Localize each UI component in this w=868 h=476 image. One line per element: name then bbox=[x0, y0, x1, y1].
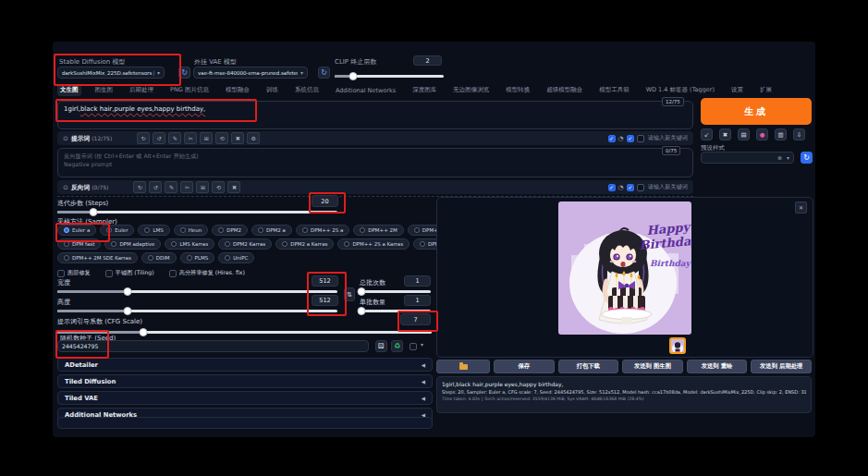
generate-button[interactable]: 生成 bbox=[701, 98, 812, 125]
save-style-button[interactable]: ⇩ bbox=[793, 128, 805, 140]
sampler-UniPC[interactable]: UniPC bbox=[218, 252, 254, 263]
swap-dimensions-button[interactable]: ⇅ bbox=[344, 287, 355, 301]
clear-icon[interactable]: ✖ bbox=[227, 181, 240, 193]
height-value[interactable]: 512 bbox=[312, 295, 338, 306]
tab-深度图库[interactable]: 深度图库 bbox=[410, 84, 439, 96]
extra-networks-grid-icon[interactable]: ⊞ bbox=[200, 132, 213, 144]
clock-icon[interactable]: ◔ bbox=[618, 184, 624, 191]
save-button[interactable]: 保存 bbox=[494, 360, 555, 373]
edit-icon[interactable]: ✎ bbox=[165, 181, 177, 193]
random-seed-button[interactable]: ⚄ bbox=[375, 340, 387, 352]
undo-icon[interactable]: ↺ bbox=[153, 132, 165, 144]
sampler-DPM adaptive[interactable]: DPM adaptive bbox=[104, 238, 161, 250]
tab-设置[interactable]: 设置 bbox=[728, 84, 746, 96]
collapse-icon[interactable]: ⊙ bbox=[63, 135, 68, 142]
styles-refresh-button[interactable]: ↻ bbox=[801, 152, 813, 164]
tab-图生图[interactable]: 图生图 bbox=[92, 84, 116, 96]
negative-prompt-input[interactable]: 反向提示词 (按 Ctrl+Enter 或 Alt+Enter 开始生成) Ne… bbox=[57, 148, 693, 177]
vae-dropdown[interactable]: vae-ft-mse-840000-ema-pruned.safetensors… bbox=[193, 67, 308, 79]
restore-faces-checkbox[interactable]: 面部修复 bbox=[57, 269, 91, 277]
tab-模型工具箱[interactable]: 模型工具箱 bbox=[596, 84, 632, 96]
tab-Additional Networks[interactable]: Additional Networks bbox=[333, 85, 398, 96]
send-to-img2img-button[interactable]: 发送到 图生图 bbox=[622, 360, 683, 373]
batch-count-value[interactable]: 1 bbox=[404, 275, 431, 287]
sampler-DPM2[interactable]: DPM2 bbox=[212, 225, 248, 236]
tab-模型融合[interactable]: 模型融合 bbox=[223, 84, 252, 96]
model-refresh-button[interactable]: ↻ bbox=[178, 67, 190, 79]
sampler-LMS[interactable]: LMS bbox=[138, 225, 169, 236]
sampler-Euler a[interactable]: Euler a bbox=[57, 225, 96, 236]
sampler-PLMS[interactable]: PLMS bbox=[180, 252, 215, 263]
sampler-DPM++ 2S a[interactable]: DPM++ 2S a bbox=[296, 225, 349, 236]
model-dropdown[interactable]: darkSushiMixMix_225D.safetensors [cca17b… bbox=[57, 67, 165, 79]
history-icon[interactable]: ⟲ bbox=[215, 132, 228, 144]
sampler-DPM++ 2M[interactable]: DPM++ 2M bbox=[353, 225, 404, 236]
read-params-button[interactable]: ↙ bbox=[701, 128, 713, 140]
sampler-DPM2 a Karras[interactable]: DPM2 a Karras bbox=[275, 238, 334, 250]
steps-value[interactable]: 20 bbox=[312, 195, 338, 207]
seed-extra-caret-icon[interactable]: ▾ bbox=[421, 341, 423, 348]
sampler-DPM++ 2S a Karras[interactable]: DPM++ 2S a Karras bbox=[337, 238, 410, 250]
width-slider[interactable] bbox=[57, 287, 337, 296]
auto-translate-checkbox[interactable]: ✓ bbox=[608, 184, 616, 191]
send-to-extras-button[interactable]: 发送到 后期处理 bbox=[751, 360, 812, 373]
sampler-DPM2 Karras[interactable]: DPM2 Karras bbox=[218, 238, 272, 250]
clip-skip-value[interactable]: 2 bbox=[413, 55, 442, 66]
extra-networks-grid-icon[interactable]: ⊞ bbox=[196, 181, 209, 193]
sampler-DDIM[interactable]: DDIM bbox=[141, 252, 177, 263]
collapse-icon[interactable]: ⊙ bbox=[63, 184, 68, 191]
tab-扩展[interactable]: 扩展 bbox=[757, 84, 775, 96]
tab-后期处理[interactable]: 后期处理 bbox=[127, 84, 156, 96]
clock-icon[interactable]: ◔ bbox=[618, 135, 624, 142]
hires-fix-checkbox[interactable]: 高分辨率修复 (Hires. fix) bbox=[169, 269, 245, 277]
extra-toggle-checkbox[interactable] bbox=[637, 135, 644, 142]
width-value[interactable]: 512 bbox=[312, 275, 338, 287]
sampler-DPM fast[interactable]: DPM fast bbox=[57, 238, 101, 250]
apply-style-button[interactable]: ▥ bbox=[775, 128, 787, 140]
styles-dropdown[interactable]: ⊗ ▾ bbox=[701, 152, 794, 164]
gallery-thumbnail[interactable] bbox=[669, 337, 686, 354]
history-icon[interactable]: ⟲ bbox=[212, 181, 225, 193]
tab-文生图[interactable]: 文生图 bbox=[57, 84, 81, 96]
edit-icon[interactable]: ✎ bbox=[168, 132, 181, 144]
refresh-icon[interactable]: ↻ bbox=[137, 132, 150, 144]
clip-skip-slider[interactable] bbox=[335, 72, 444, 80]
seed-input[interactable]: 2445424795 bbox=[57, 340, 369, 352]
tab-系统信息[interactable]: 系统信息 bbox=[292, 84, 322, 96]
close-gallery-button[interactable]: ✕ bbox=[795, 201, 807, 214]
zip-download-button[interactable]: 打包下载 bbox=[558, 360, 619, 373]
extra-networks-button[interactable]: ▤ bbox=[738, 128, 750, 140]
undo-icon[interactable]: ↺ bbox=[149, 181, 162, 193]
sampler-DPM2 a[interactable]: DPM2 a bbox=[251, 225, 292, 236]
vae-refresh-button[interactable]: ↻ bbox=[318, 67, 330, 79]
send-to-inpaint-button[interactable]: 发送到 重绘 bbox=[687, 360, 748, 373]
tab-超级模型融合[interactable]: 超级模型融合 bbox=[544, 84, 585, 96]
cut-icon[interactable]: ✂ bbox=[184, 132, 197, 144]
cfg-value[interactable]: 7 bbox=[400, 313, 431, 325]
batch-size-value[interactable]: 1 bbox=[404, 295, 431, 306]
refresh-icon[interactable]: ↻ bbox=[133, 181, 146, 193]
accordion-tiled-vae[interactable]: Tiled VAE◀ bbox=[57, 391, 433, 405]
generated-image[interactable]: Happy Birthday Birthday bbox=[558, 201, 691, 335]
prompt-input[interactable]: 1girl,black hair,purple eyes,happy birth… bbox=[57, 101, 693, 129]
tab-训练[interactable]: 训练 bbox=[263, 84, 281, 96]
accordion-adetailer[interactable]: ADetailer◀ bbox=[57, 358, 433, 372]
accordion-partial[interactable] bbox=[57, 417, 433, 429]
clear-icon[interactable]: ✖ bbox=[231, 132, 244, 144]
sampler-Heun[interactable]: Heun bbox=[174, 225, 209, 236]
tab-无边图像浏览[interactable]: 无边图像浏览 bbox=[450, 84, 492, 96]
open-folder-button[interactable] bbox=[436, 360, 490, 373]
auto-commit-checkbox[interactable]: ✓ bbox=[627, 135, 634, 142]
auto-commit-checkbox[interactable]: ✓ bbox=[627, 184, 634, 191]
tab-模型转换[interactable]: 模型转换 bbox=[503, 84, 532, 96]
sampler-DPM++ 2M SDE Karras[interactable]: DPM++ 2M SDE Karras bbox=[57, 252, 138, 263]
height-slider[interactable] bbox=[57, 307, 337, 315]
auto-translate-checkbox[interactable]: ✓ bbox=[608, 135, 616, 142]
clear-prompt-button[interactable]: ✖ bbox=[719, 128, 731, 140]
tab-PNG 图片信息[interactable]: PNG 图片信息 bbox=[167, 84, 212, 96]
cut-icon[interactable]: ✂ bbox=[180, 181, 193, 193]
settings-icon[interactable]: ⚙ bbox=[247, 132, 260, 144]
sampler-LMS Karras[interactable]: LMS Karras bbox=[165, 238, 214, 250]
steps-slider[interactable] bbox=[57, 208, 337, 216]
show-styles-card-button[interactable]: ● bbox=[756, 128, 768, 140]
